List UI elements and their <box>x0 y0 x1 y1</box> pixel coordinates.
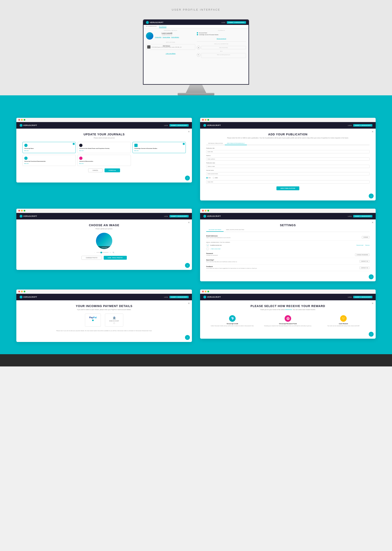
journal-card-4[interactable]: Veruscript Functional Nanomaterials More… <box>22 155 76 166</box>
remove-email-link[interactable]: Remove <box>365 244 370 246</box>
doi-input[interactable] <box>206 180 370 183</box>
account-settings-link[interactable]: Account settings <box>162 36 170 38</box>
email-change-btn[interactable]: CHANGE <box>362 236 370 238</box>
tl-red-6[interactable] <box>202 291 204 292</box>
reward-nav-arrow[interactable]: › <box>369 332 374 337</box>
journals-nav-user: LUCA <box>164 125 168 126</box>
reward-article-link[interactable]: #####XXX. <box>285 309 292 310</box>
reward-card-2[interactable]: 🌸 Veruscript Research Fund Donating your… <box>262 314 314 328</box>
feedback-contact-btn[interactable]: CONTACT US <box>360 267 370 269</box>
choose-img-nav-arrow[interactable]: › <box>185 263 190 268</box>
tab-my-profile[interactable]: MY PROFILE <box>159 26 166 28</box>
tl-green-1[interactable] <box>24 119 25 121</box>
reward-card-1[interactable]: 💎 Veruscript Credit Collect Veruscript C… <box>206 314 259 328</box>
bank-card[interactable]: 🏦 BANK ACCOUNT <box>105 314 123 327</box>
payment-nav-arrow[interactable]: › <box>185 335 190 340</box>
reward-navbar-right: LUCA SUBMIT A MANUSCRIPT <box>348 296 372 298</box>
bank-radio[interactable] <box>113 322 115 324</box>
journal-card-5[interactable]: Journal of Bioscoustics More info <box>77 155 131 166</box>
tl-red-2[interactable] <box>202 119 204 121</box>
choose-img-submit-btn[interactable]: SUBMIT A MANUSCRIPT <box>169 215 189 217</box>
payment-close[interactable]: ✕ <box>188 302 190 305</box>
help-section-left: Need Help? If you need any help about yo… <box>206 259 237 263</box>
journal-more-4[interactable]: More info <box>24 163 74 164</box>
payment-footer: › <box>16 336 192 342</box>
journals-submit-btn[interactable]: SUBMIT A MANUSCRIPT <box>169 124 189 126</box>
isbn-radio-label[interactable]: ISBN <box>213 177 218 179</box>
add-pub-navbar-right: LUCA SUBMIT A MANUSCRIPT <box>348 124 372 126</box>
add-pub-btn-wrapper: ADD PUBLICATION <box>206 186 370 190</box>
pub-title-input[interactable] <box>206 150 370 153</box>
tab-retrieve-pub[interactable]: RETRIEVE PUBLICATION <box>206 142 225 145</box>
add-publication-btn[interactable]: ADD PUBLICATION <box>276 186 299 190</box>
edit-journals-link[interactable]: Edit your journals list <box>217 38 226 39</box>
journal-more-5[interactable]: More info <box>79 163 129 164</box>
add-new-email-link[interactable]: + Add a new email <box>210 248 220 250</box>
settings-app: VERUSCRIPT LUCA SUBMIT A MANUSCRIPT ✕ SE… <box>200 209 376 281</box>
journal-name-input[interactable] <box>206 172 370 175</box>
tl-green-5[interactable] <box>24 291 25 292</box>
journals-nav-arrow[interactable]: › <box>185 175 190 181</box>
reward-close[interactable]: ✕ <box>371 302 374 305</box>
use-photo-btn[interactable]: USE THIS PHOTO <box>104 256 127 260</box>
settings-close[interactable]: ✕ <box>371 221 374 224</box>
add-affiliation-link[interactable]: + Add a new affiliation <box>166 53 175 54</box>
reward-card-3[interactable]: 💛 Cash Reward Your work can be rewarded … <box>317 314 370 328</box>
journal-more-3[interactable]: More info <box>134 150 184 151</box>
add-pub-close[interactable]: ✕ <box>371 130 374 133</box>
choose-img-close[interactable]: ✕ <box>188 221 190 224</box>
bio-input[interactable]: Write something about you <box>201 53 246 58</box>
tab-account-settings[interactable]: ACCOUNT SETTINGS <box>206 228 224 232</box>
journal-more-1[interactable]: More info <box>24 150 74 151</box>
journal-card-1[interactable]: ✓ Veruscript Nano More info <box>22 142 76 153</box>
tl-green-4[interactable] <box>207 210 209 211</box>
journals-confirm-btn[interactable]: CONfirm <box>105 168 120 172</box>
resend-email-link[interactable]: Resend email <box>357 244 364 246</box>
payment-submit-btn[interactable]: SUBMIT A MANUSCRIPT <box>169 296 189 298</box>
authors-input[interactable] <box>206 157 370 161</box>
update-journals-title: UPDATE YOUR JOURNALS <box>22 133 186 136</box>
journal-card-3[interactable]: ✓ Cambridge Journal of Eurasian Studies … <box>133 142 186 153</box>
monitor-submit-btn[interactable]: SUBMIT A MANUSCRIPT <box>227 21 246 24</box>
zoom-plus-icon[interactable]: + <box>110 251 111 253</box>
paypal-card[interactable]: PayPal <box>85 314 101 327</box>
tab-add-manually[interactable]: ADD PUBLICATION MANUALLY <box>225 142 247 145</box>
change-password-btn[interactable]: CHANGE PASSWORD <box>355 254 370 256</box>
paypal-radio[interactable] <box>92 320 94 321</box>
doi-radio-label[interactable]: DOI <box>206 177 211 179</box>
journal-more-2[interactable]: More info <box>79 150 129 151</box>
settings-nav-arrow[interactable]: › <box>369 274 374 279</box>
journals-cancel-btn[interactable]: CANCEL <box>88 168 103 172</box>
tl-red-4[interactable] <box>202 210 204 211</box>
monitor-nav-user: LUCA <box>222 22 225 23</box>
settings-submit-btn[interactable]: SUBMIT A MANUSCRIPT <box>353 215 372 217</box>
isbn-radio[interactable] <box>213 177 214 179</box>
tl-green-3[interactable] <box>24 210 25 211</box>
zoom-slider[interactable] <box>96 252 109 253</box>
reward-title: PLEASE SELECT HOW RECEIVE YOUR REWARD <box>206 304 370 308</box>
email-notification-link[interactable]: Email notification <box>171 36 179 38</box>
tab-my-submissions[interactable]: MY SUBMISSIONS <box>146 26 157 28</box>
tl-red-3[interactable] <box>18 210 20 211</box>
change-photo-link[interactable]: Change photo <box>155 36 161 38</box>
zoom-minus-icon[interactable]: − <box>94 251 95 253</box>
choose-img-btn-row: CHANGE PHOTO USE THIS PHOTO <box>22 256 186 260</box>
journal-card-2[interactable]: Journal of the Global Power and Propulsi… <box>77 142 131 153</box>
update-journals-close[interactable]: ✕ <box>188 130 190 133</box>
change-photo-btn[interactable]: CHANGE PHOTO <box>81 256 102 260</box>
tl-green-2[interactable] <box>207 119 209 121</box>
skills-input[interactable]: Add a keyword(s) <box>201 46 246 49</box>
tl-red-1[interactable] <box>18 119 20 121</box>
add-publication-window: VERUSCRIPT LUCA SUBMIT A MANUSCRIPT ✕ AD… <box>200 118 376 201</box>
reward-submit-btn[interactable]: SUBMIT A MANUSCRIPT <box>353 296 372 298</box>
add-pub-nav-arrow[interactable]: › <box>369 194 374 198</box>
tl-red-5[interactable] <box>18 291 20 292</box>
help-contact-btn[interactable]: CONTACT US <box>360 260 370 263</box>
doi-radio[interactable] <box>206 177 208 179</box>
pub-title-group: Publication title: <box>206 148 370 153</box>
pub-date-input[interactable] <box>206 165 370 168</box>
tab-email-notifications[interactable]: EMAIL NOTIFICATION SETTING <box>224 228 247 232</box>
tl-yellow-6 <box>205 291 206 292</box>
tl-green-6[interactable] <box>207 291 209 292</box>
add-pub-submit-btn[interactable]: SUBMIT A MANUSCRIPT <box>353 124 372 126</box>
